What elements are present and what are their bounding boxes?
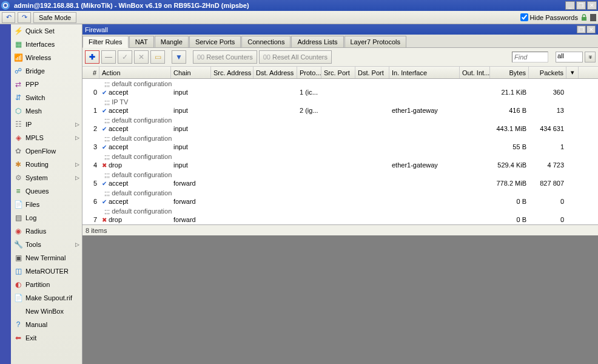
sidebar-item-interfaces[interactable]: ▦ Interfaces: [11, 38, 82, 51]
top-toolbar: ↶ ↷ Safe Mode Hide Passwords: [0, 11, 598, 24]
reset-all-counters-button[interactable]: 00Reset All Counters: [259, 50, 332, 64]
filter-dropdown-button[interactable]: ∓: [585, 52, 596, 62]
sidebar-item-ip[interactable]: ☷ IP ▷: [11, 118, 82, 131]
sidebar-item-manual[interactable]: ? Manual: [11, 318, 82, 331]
safe-mode-button[interactable]: Safe Mode: [33, 12, 76, 23]
find-input[interactable]: [512, 52, 548, 62]
sidebar-item-make-supout.rif[interactable]: 📄 Make Supout.rif: [11, 291, 82, 305]
tab-filter-rules[interactable]: Filter Rules: [82, 36, 129, 48]
col-proto[interactable]: Proto...: [297, 67, 321, 78]
tab-nat[interactable]: NAT: [129, 36, 154, 47]
sidebar-item-log[interactable]: ▤ Log: [11, 211, 82, 224]
firewall-status-bar: 8 items: [82, 224, 598, 235]
sidebar-item-partition[interactable]: ◐ Partition: [11, 278, 82, 291]
col-packets[interactable]: Packets: [529, 67, 566, 78]
drop-icon: ✖: [102, 162, 107, 169]
col-chain[interactable]: Chain: [171, 67, 211, 78]
sidebar-icon: ?: [13, 320, 23, 329]
sidebar-item-radius[interactable]: ◉ Radius: [11, 224, 82, 238]
left-collapse-bar[interactable]: [0, 24, 11, 364]
minimize-button[interactable]: _: [565, 1, 575, 10]
sidebar-item-tools[interactable]: 🔧 Tools ▷: [11, 238, 82, 251]
col-menu-button[interactable]: ▾: [566, 67, 579, 78]
chevron-right-icon: ▷: [75, 121, 79, 127]
hide-passwords-checkbox[interactable]: Hide Passwords: [520, 13, 578, 21]
sidebar-item-files[interactable]: 📄 Files: [11, 198, 82, 211]
firewall-toolbar: ✚ — ✓ ✕ ▭ ▼ 00Reset Counters 00Reset All…: [82, 48, 598, 67]
col-out-interface[interactable]: Out. Int...: [460, 67, 490, 78]
sidebar-item-mpls[interactable]: ◈ MPLS ▷: [11, 131, 82, 144]
hide-passwords-input[interactable]: [520, 13, 528, 21]
col-dst-address[interactable]: Dst. Address: [254, 67, 297, 78]
sidebar-item-bridge[interactable]: ☍ Bridge: [11, 64, 82, 78]
sidebar-item-wireless[interactable]: 📶 Wireless: [11, 51, 82, 64]
col-src-address[interactable]: Src. Address: [211, 67, 254, 78]
comment-row[interactable]: ;;; default configuration: [82, 170, 598, 179]
comment-row[interactable]: ;;; default configuration: [82, 188, 598, 197]
col-src-port[interactable]: Src. Port: [321, 67, 355, 78]
sidebar-item-system[interactable]: ⚙ System ▷: [11, 171, 82, 184]
comment-button[interactable]: ▭: [150, 50, 165, 64]
table-row[interactable]: 5 ✔accept forward 778.2 MiB 827 807: [82, 179, 598, 188]
filter-button[interactable]: ▼: [172, 50, 186, 64]
sidebar-item-metarouter[interactable]: ◫ MetaROUTER: [11, 265, 82, 278]
sidebar-item-new-terminal[interactable]: ▣ New Terminal: [11, 251, 82, 265]
tab-connections[interactable]: Connections: [241, 36, 291, 47]
sidebar-icon: ▤: [13, 213, 23, 223]
comment-row[interactable]: ;;; default configuration: [82, 133, 598, 143]
enable-button[interactable]: ✓: [118, 50, 132, 64]
table-row[interactable]: 7 ✖drop forward 0 B 0: [82, 215, 598, 224]
sidebar-item-mesh[interactable]: ⬡ Mesh: [11, 104, 82, 118]
col-in-interface[interactable]: In. Interface: [389, 67, 460, 78]
sidebar-item-label: Partition: [25, 281, 50, 288]
tab-layer7-protocols[interactable]: Layer7 Protocols: [344, 36, 407, 47]
comment-row[interactable]: ;;; default configuration: [82, 115, 598, 124]
table-row[interactable]: 3 ✔accept input 55 B 1: [82, 143, 598, 152]
accept-icon: ✔: [102, 89, 107, 96]
redo-button[interactable]: ↷: [18, 12, 31, 23]
table-row[interactable]: 0 ✔accept input 1 (ic... 21.1 KiB 360: [82, 88, 598, 97]
sidebar-item-label: OpenFlow: [25, 147, 56, 155]
tab-service-ports[interactable]: Service Ports: [189, 36, 241, 47]
sidebar-item-queues[interactable]: ≡ Queues: [11, 184, 82, 198]
add-button[interactable]: ✚: [85, 50, 99, 64]
undo-button[interactable]: ↶: [2, 12, 15, 23]
filter-select[interactable]: all: [556, 52, 583, 62]
sidebar-item-openflow[interactable]: ✿ OpenFlow: [11, 144, 82, 158]
col-num[interactable]: #: [82, 67, 99, 78]
col-dst-port[interactable]: Dst. Port: [355, 67, 389, 78]
sidebar-item-routing[interactable]: ✱ Routing ▷: [11, 158, 82, 171]
comment-row[interactable]: ;;; default configuration: [82, 79, 598, 88]
comment-row[interactable]: ;;; default configuration: [82, 206, 598, 215]
sidebar-icon: ◐: [13, 280, 23, 289]
disable-button[interactable]: ✕: [134, 50, 149, 64]
sidebar-icon: ⬅: [13, 333, 23, 343]
sidebar-icon: 📶: [13, 53, 23, 62]
tab-address-lists[interactable]: Address Lists: [291, 36, 343, 47]
col-action[interactable]: Action: [99, 67, 171, 78]
col-bytes[interactable]: Bytes: [490, 67, 529, 78]
maximize-button[interactable]: ❐: [576, 1, 586, 10]
sidebar-item-exit[interactable]: ⬅ Exit: [11, 331, 82, 345]
window-restore-button[interactable]: ❐: [577, 25, 586, 33]
sidebar-item-label: Mesh: [25, 107, 42, 115]
table-row[interactable]: 2 ✔accept input 443.1 MiB 434 631: [82, 124, 598, 133]
window-close-button[interactable]: ✕: [586, 25, 596, 33]
table-row[interactable]: 1 ✔accept input 2 (ig... ether1-gateway …: [82, 106, 598, 115]
sidebar-item-label: System: [25, 174, 48, 181]
comment-row[interactable]: ;;; IP TV: [82, 97, 598, 106]
comment-row[interactable]: ;;; default configuration: [82, 152, 598, 161]
sidebar-icon: ⇵: [13, 93, 23, 103]
sidebar-item-switch[interactable]: ⇵ Switch: [11, 91, 82, 104]
sidebar-item-quick-set[interactable]: ⚡ Quick Set: [11, 24, 82, 38]
remove-button[interactable]: —: [101, 50, 116, 64]
tab-mangle[interactable]: Mangle: [155, 36, 189, 47]
sidebar: ⚡ Quick Set ▦ Interfaces 📶 Wireless ☍ Br…: [11, 24, 82, 364]
sidebar-item-ppp[interactable]: ⇄ PPP: [11, 78, 82, 91]
reset-counters-button[interactable]: 00Reset Counters: [193, 50, 257, 64]
sidebar-item-label: Tools: [25, 241, 41, 248]
close-button[interactable]: ✕: [587, 1, 597, 10]
table-row[interactable]: 4 ✖drop input ether1-gateway 529.4 KiB 4…: [82, 161, 598, 170]
sidebar-item-new-winbox[interactable]: New WinBox: [11, 305, 82, 318]
table-row[interactable]: 6 ✔accept forward 0 B 0: [82, 197, 598, 206]
